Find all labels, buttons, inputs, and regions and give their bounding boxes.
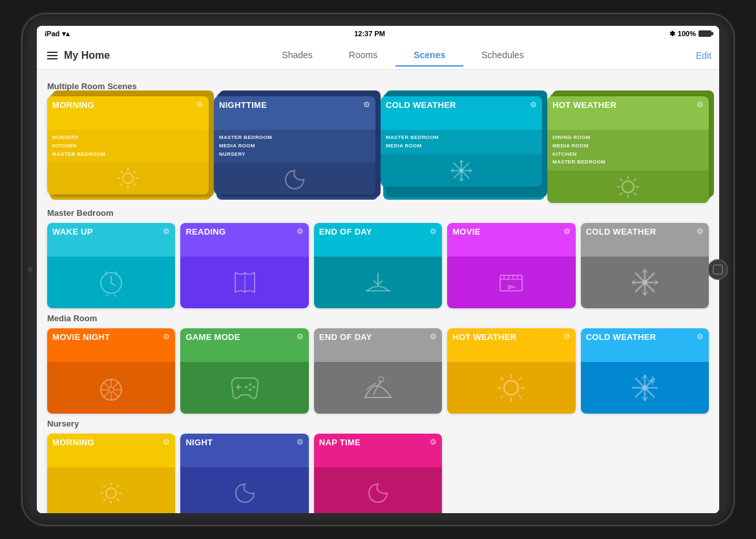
svg-marker-47 — [508, 284, 517, 290]
section-media-room: Media Room MOVIE NIGHT ⚙ — [47, 313, 709, 414]
card-nighttime-rooms: MASTER BEDROOMMEDIA ROOMNURSERY — [214, 130, 375, 162]
svg-line-86 — [501, 396, 503, 398]
svg-point-75 — [249, 388, 251, 391]
tab-rooms[interactable]: Rooms — [331, 45, 395, 67]
card-end-of-day-mr[interactable]: END OF DAY ⚙ — [314, 328, 442, 414]
card-end-of-day-mb-gear[interactable]: ⚙ — [430, 227, 437, 236]
section-multiple-room-scenes: Multiple Room Scenes MORNING ⚙ NURSE — [47, 81, 709, 203]
card-reading-title: READING — [185, 227, 296, 237]
card-morning-rooms: NURSERYKITCHENMASTER BEDROOM — [47, 130, 209, 162]
card-movie-mb-icon — [447, 257, 575, 308]
cards-row-multiple: MORNING ⚙ NURSERYKITCHENMASTER BEDROOM — [47, 96, 709, 203]
edit-button[interactable]: Edit — [696, 50, 711, 61]
tab-shades[interactable]: Shades — [264, 45, 330, 67]
card-wake-up-top: WAKE UP ⚙ — [47, 223, 175, 257]
status-left: iPad ▾▴ — [45, 30, 70, 38]
card-cold-mr[interactable]: COLD WEATHER ⚙ — [581, 328, 709, 414]
card-hot-multi-rooms: DINING ROOMMEDIA ROOMKITCHENMASTER BEDRO… — [547, 130, 709, 171]
card-wake-up[interactable]: WAKE UP ⚙ — [47, 223, 175, 308]
svg-point-62 — [109, 387, 114, 392]
card-hot-mr[interactable]: HOT WEATHER ⚙ — [447, 328, 575, 414]
svg-line-70 — [104, 392, 109, 397]
hamburger-menu-button[interactable] — [45, 49, 60, 62]
card-reading-gear[interactable]: ⚙ — [297, 227, 304, 236]
svg-line-68 — [113, 392, 118, 397]
card-hot-multi[interactable]: HOT WEATHER ⚙ DINING ROOMMEDIA ROOMKITCH… — [547, 96, 709, 203]
card-nap-time-title: NAP TIME — [319, 438, 430, 448]
svg-point-52 — [642, 280, 647, 285]
card-morning-icon — [47, 162, 209, 195]
card-night-nursery[interactable]: NIGHT ⚙ — [180, 434, 308, 513]
card-cold-mb-title: COLD WEATHER — [586, 227, 697, 237]
svg-line-105 — [103, 485, 105, 487]
card-nap-time[interactable]: NAP TIME ⚙ — [314, 434, 442, 513]
card-cold-mr-gear[interactable]: ⚙ — [697, 332, 704, 341]
cards-row-nursery: MORNING ⚙ — [47, 434, 709, 513]
card-movie-night-gear[interactable]: ⚙ — [163, 332, 170, 341]
svg-line-69 — [113, 383, 118, 388]
svg-line-106 — [117, 499, 119, 501]
card-morning-nursery-gear[interactable]: ⚙ — [163, 438, 170, 447]
card-morning-gear[interactable]: ⚙ — [196, 100, 204, 109]
cards-row-master-bedroom: WAKE UP ⚙ — [47, 223, 709, 308]
wifi-icon: ▾▴ — [62, 30, 70, 38]
battery-percent: 100% — [678, 30, 696, 37]
card-cold-multi-icon — [381, 154, 542, 187]
card-movie-mb-title: MOVIE — [452, 227, 563, 237]
card-movie-night-title: MOVIE NIGHT — [52, 332, 163, 343]
card-game-mode-gear[interactable]: ⚙ — [297, 332, 304, 341]
card-morning-nursery[interactable]: MORNING ⚙ — [47, 434, 175, 513]
svg-point-78 — [504, 381, 518, 395]
section-title-nursery: Nursery — [47, 419, 709, 428]
card-hot-mr-title: HOT WEATHER — [452, 332, 563, 343]
card-cold-multi-rooms: MASTER BEDROOMMEDIA ROOM — [381, 130, 542, 154]
card-cold-multi-gear[interactable]: ⚙ — [530, 100, 537, 109]
card-night-nursery-gear[interactable]: ⚙ — [297, 438, 304, 447]
card-end-of-day-mr-gear[interactable]: ⚙ — [430, 332, 437, 341]
svg-line-5 — [121, 171, 123, 173]
svg-line-67 — [104, 383, 109, 388]
card-reading-top: READING ⚙ — [180, 223, 308, 257]
card-end-of-day-mr-title: END OF DAY — [319, 332, 430, 343]
card-hot-mr-icon — [447, 362, 575, 414]
card-game-mode[interactable]: GAME MODE ⚙ — [180, 328, 308, 414]
card-cold-mb-gear[interactable]: ⚙ — [697, 227, 704, 236]
card-end-of-day-mb[interactable]: END OF DAY ⚙ — [314, 223, 442, 308]
card-nap-time-top: NAP TIME ⚙ — [314, 434, 442, 467]
card-nighttime[interactable]: NIGHTTIME ⚙ MASTER BEDROOMMEDIA ROOMNURS… — [214, 96, 375, 195]
svg-line-36 — [107, 295, 108, 297]
home-button[interactable] — [708, 259, 728, 280]
svg-line-107 — [117, 485, 119, 487]
svg-point-73 — [249, 383, 251, 386]
ipad-screen: iPad ▾▴ 12:37 PM ✱ 100% My Home Shades R… — [37, 26, 719, 513]
svg-point-76 — [245, 386, 247, 388]
card-hot-multi-icon — [547, 171, 709, 203]
card-game-mode-top: GAME MODE ⚙ — [180, 328, 308, 362]
svg-line-108 — [103, 499, 105, 501]
card-reading-icon — [180, 257, 308, 308]
card-stack-cold-multi: COLD WEATHER ⚙ MASTER BEDROOMMEDIA ROOM — [381, 96, 542, 203]
card-cold-mb[interactable]: COLD WEATHER ⚙ — [581, 223, 709, 308]
card-end-of-day-mb-top: END OF DAY ⚙ — [314, 223, 442, 257]
card-movie-night[interactable]: MOVIE NIGHT ⚙ — [47, 328, 175, 414]
card-movie-mb-gear[interactable]: ⚙ — [563, 227, 571, 236]
card-nap-time-gear[interactable]: ⚙ — [430, 438, 437, 447]
svg-point-0 — [123, 173, 133, 184]
tab-scenes[interactable]: Scenes — [395, 45, 463, 67]
card-wake-up-gear[interactable]: ⚙ — [163, 227, 170, 236]
tab-schedules[interactable]: Schedules — [463, 45, 541, 67]
card-movie-mb[interactable]: MOVIE ⚙ — [447, 223, 575, 308]
svg-line-84 — [519, 396, 521, 398]
card-hot-multi-gear[interactable]: ⚙ — [697, 100, 704, 109]
card-morning-nursery-title: MORNING — [52, 438, 163, 448]
card-morning-top: MORNING ⚙ — [47, 96, 209, 130]
section-title-multiple-room: Multiple Room Scenes — [47, 81, 709, 91]
card-hot-mr-gear[interactable]: ⚙ — [563, 332, 571, 341]
card-morning[interactable]: MORNING ⚙ NURSERYKITCHENMASTER BEDROOM — [47, 96, 209, 195]
card-reading[interactable]: READING ⚙ — [180, 223, 308, 308]
svg-line-6 — [134, 184, 136, 186]
card-nighttime-gear[interactable]: ⚙ — [363, 100, 370, 109]
section-title-media-room: Media Room — [47, 313, 709, 323]
card-cold-mr-top: COLD WEATHER ⚙ — [581, 328, 709, 362]
card-cold-multi[interactable]: COLD WEATHER ⚙ MASTER BEDROOMMEDIA ROOM — [381, 96, 542, 187]
